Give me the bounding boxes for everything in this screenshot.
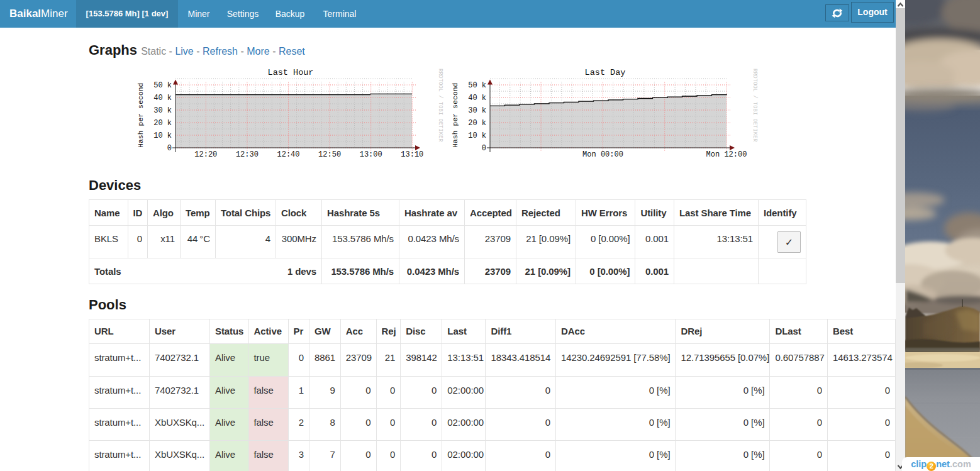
svg-text:30 k: 30 k xyxy=(153,106,172,115)
svg-text:20 k: 20 k xyxy=(153,119,172,128)
svg-text:40 k: 40 k xyxy=(153,94,172,103)
svg-text:12:40: 12:40 xyxy=(277,150,299,159)
svg-text:Mon 12:00: Mon 12:00 xyxy=(706,150,747,159)
svg-text:12:20: 12:20 xyxy=(194,150,217,159)
svg-text:0: 0 xyxy=(167,144,172,153)
svg-text:Last Day: Last Day xyxy=(585,68,626,77)
svg-text:10 k: 10 k xyxy=(468,131,486,140)
svg-text:40 k: 40 k xyxy=(468,94,486,103)
svg-text:12:50: 12:50 xyxy=(318,150,341,159)
svg-text:RRDTOOL / TOBI OETIKER: RRDTOOL / TOBI OETIKER xyxy=(752,69,758,142)
svg-text:Hash per second: Hash per second xyxy=(136,82,145,148)
svg-text:13:00: 13:00 xyxy=(360,150,382,159)
svg-text:20 k: 20 k xyxy=(468,119,486,128)
svg-text:30 k: 30 k xyxy=(468,106,486,115)
svg-text:13:10: 13:10 xyxy=(401,150,423,159)
svg-text:Hash per second: Hash per second xyxy=(451,82,459,148)
svg-text:Last Hour: Last Hour xyxy=(268,68,314,77)
svg-text:50 k: 50 k xyxy=(153,81,172,90)
svg-text:10 k: 10 k xyxy=(153,131,172,140)
svg-text:Mon 00:00: Mon 00:00 xyxy=(582,150,623,159)
svg-text:RRDTOOL / TOBI OETIKER: RRDTOOL / TOBI OETIKER xyxy=(437,69,443,142)
svg-text:0: 0 xyxy=(482,144,486,153)
svg-text:12:30: 12:30 xyxy=(236,150,259,159)
svg-text:50 k: 50 k xyxy=(468,81,486,90)
